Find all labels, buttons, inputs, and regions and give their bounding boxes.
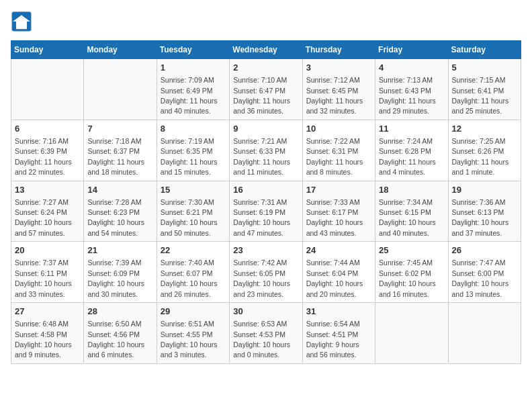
day-info: Sunrise: 7:15 AMSunset: 6:41 PMDaylight:…: [452, 76, 509, 115]
calendar-cell: 28 Sunrise: 6:50 AMSunset: 4:56 PMDaylig…: [84, 303, 157, 364]
day-number: 20: [15, 244, 80, 257]
day-info: Sunrise: 7:22 AMSunset: 6:31 PMDaylight:…: [306, 137, 363, 176]
weekday-header: Sunday: [11, 41, 84, 59]
calendar-cell: 9 Sunrise: 7:21 AMSunset: 6:33 PMDayligh…: [230, 120, 302, 181]
day-info: Sunrise: 7:36 AMSunset: 6:13 PMDaylight:…: [452, 198, 509, 237]
day-info: Sunrise: 6:54 AMSunset: 4:51 PMDaylight:…: [306, 320, 360, 359]
day-info: Sunrise: 7:19 AMSunset: 6:35 PMDaylight:…: [161, 137, 218, 176]
day-number: 28: [87, 306, 152, 318]
day-info: Sunrise: 7:31 AMSunset: 6:19 PMDaylight:…: [233, 198, 290, 237]
calendar-cell: 13 Sunrise: 7:27 AMSunset: 6:24 PMDaylig…: [11, 181, 84, 242]
day-info: Sunrise: 7:18 AMSunset: 6:37 PMDaylight:…: [87, 137, 144, 176]
day-number: 15: [161, 184, 226, 196]
day-info: Sunrise: 7:25 AMSunset: 6:26 PMDaylight:…: [452, 137, 509, 176]
calendar-cell: 12 Sunrise: 7:25 AMSunset: 6:26 PMDaylig…: [448, 120, 521, 181]
calendar-cell: 29 Sunrise: 6:51 AMSunset: 4:55 PMDaylig…: [157, 303, 229, 364]
day-number: 12: [452, 123, 517, 135]
calendar-cell: 21 Sunrise: 7:39 AMSunset: 6:09 PMDaylig…: [84, 242, 157, 303]
weekday-header: Monday: [84, 41, 157, 59]
day-info: Sunrise: 6:48 AMSunset: 4:58 PMDaylight:…: [15, 320, 72, 359]
day-number: 29: [161, 306, 226, 318]
day-number: 14: [87, 184, 152, 196]
day-info: Sunrise: 7:42 AMSunset: 6:05 PMDaylight:…: [233, 259, 290, 298]
calendar-cell: 8 Sunrise: 7:19 AMSunset: 6:35 PMDayligh…: [157, 120, 229, 181]
calendar-cell: 10 Sunrise: 7:22 AMSunset: 6:31 PMDaylig…: [302, 120, 375, 181]
day-number: 6: [15, 123, 80, 135]
calendar-cell: 18 Sunrise: 7:34 AMSunset: 6:15 PMDaylig…: [375, 181, 448, 242]
calendar-body: 1 Sunrise: 7:09 AMSunset: 6:49 PMDayligh…: [11, 59, 521, 364]
calendar-cell: 6 Sunrise: 7:16 AMSunset: 6:39 PMDayligh…: [11, 120, 84, 181]
calendar-header: SundayMondayTuesdayWednesdayThursdayFrid…: [11, 41, 521, 59]
day-number: 24: [306, 244, 371, 257]
day-info: Sunrise: 7:13 AMSunset: 6:43 PMDaylight:…: [379, 76, 436, 115]
day-number: 13: [15, 184, 80, 196]
day-info: Sunrise: 7:09 AMSunset: 6:49 PMDaylight:…: [161, 76, 218, 115]
calendar-cell: 14 Sunrise: 7:28 AMSunset: 6:23 PMDaylig…: [84, 181, 157, 242]
day-number: 7: [87, 123, 152, 135]
day-number: 23: [233, 244, 298, 257]
day-number: 17: [306, 184, 371, 196]
day-number: 11: [379, 123, 444, 135]
calendar-cell: 3 Sunrise: 7:12 AMSunset: 6:45 PMDayligh…: [302, 59, 375, 120]
day-info: Sunrise: 7:40 AMSunset: 6:07 PMDaylight:…: [161, 259, 218, 298]
day-info: Sunrise: 7:21 AMSunset: 6:33 PMDaylight:…: [233, 137, 290, 176]
day-info: Sunrise: 7:10 AMSunset: 6:47 PMDaylight:…: [233, 76, 290, 115]
calendar-cell: 31 Sunrise: 6:54 AMSunset: 4:51 PMDaylig…: [302, 303, 375, 364]
day-number: 16: [233, 184, 298, 196]
day-number: 3: [306, 62, 371, 74]
calendar-cell: [448, 303, 521, 364]
day-number: 18: [379, 184, 444, 196]
calendar-week-row: 20 Sunrise: 7:37 AMSunset: 6:11 PMDaylig…: [11, 242, 521, 303]
day-number: 26: [452, 244, 517, 257]
calendar-cell: 1 Sunrise: 7:09 AMSunset: 6:49 PMDayligh…: [157, 59, 229, 120]
calendar-cell: 24 Sunrise: 7:44 AMSunset: 6:04 PMDaylig…: [302, 242, 375, 303]
weekday-header: Friday: [375, 41, 448, 59]
calendar-cell: 11 Sunrise: 7:24 AMSunset: 6:28 PMDaylig…: [375, 120, 448, 181]
day-info: Sunrise: 7:16 AMSunset: 6:39 PMDaylight:…: [15, 137, 72, 176]
calendar-table: SundayMondayTuesdayWednesdayThursdayFrid…: [11, 40, 521, 364]
day-info: Sunrise: 7:27 AMSunset: 6:24 PMDaylight:…: [15, 198, 72, 237]
logo: [11, 11, 35, 32]
day-number: 8: [161, 123, 226, 135]
calendar-cell: 26 Sunrise: 7:47 AMSunset: 6:00 PMDaylig…: [448, 242, 521, 303]
day-number: 31: [306, 306, 371, 318]
day-info: Sunrise: 6:53 AMSunset: 4:53 PMDaylight:…: [233, 320, 290, 359]
weekday-header: Tuesday: [157, 41, 229, 59]
day-info: Sunrise: 7:28 AMSunset: 6:23 PMDaylight:…: [87, 198, 144, 237]
day-number: 30: [233, 306, 298, 318]
day-info: Sunrise: 7:12 AMSunset: 6:45 PMDaylight:…: [306, 76, 363, 115]
day-number: 10: [306, 123, 371, 135]
calendar-cell: 23 Sunrise: 7:42 AMSunset: 6:05 PMDaylig…: [230, 242, 302, 303]
day-number: 2: [233, 62, 298, 74]
day-number: 1: [161, 62, 226, 74]
weekday-header: Wednesday: [230, 41, 302, 59]
day-number: 22: [161, 244, 226, 257]
day-info: Sunrise: 7:44 AMSunset: 6:04 PMDaylight:…: [306, 259, 363, 298]
day-number: 21: [87, 244, 152, 257]
calendar-cell: [84, 59, 157, 120]
logo-icon: [11, 11, 32, 32]
calendar-cell: 7 Sunrise: 7:18 AMSunset: 6:37 PMDayligh…: [84, 120, 157, 181]
day-number: 9: [233, 123, 298, 135]
calendar-cell: 2 Sunrise: 7:10 AMSunset: 6:47 PMDayligh…: [230, 59, 302, 120]
day-info: Sunrise: 7:45 AMSunset: 6:02 PMDaylight:…: [379, 259, 436, 298]
calendar-week-row: 27 Sunrise: 6:48 AMSunset: 4:58 PMDaylig…: [11, 303, 521, 364]
day-number: 27: [15, 306, 80, 318]
calendar-cell: [375, 303, 448, 364]
day-number: 5: [452, 62, 517, 74]
calendar-cell: 19 Sunrise: 7:36 AMSunset: 6:13 PMDaylig…: [448, 181, 521, 242]
calendar-cell: 20 Sunrise: 7:37 AMSunset: 6:11 PMDaylig…: [11, 242, 84, 303]
calendar-week-row: 1 Sunrise: 7:09 AMSunset: 6:49 PMDayligh…: [11, 59, 521, 120]
calendar-cell: 17 Sunrise: 7:33 AMSunset: 6:17 PMDaylig…: [302, 181, 375, 242]
calendar-cell: 27 Sunrise: 6:48 AMSunset: 4:58 PMDaylig…: [11, 303, 84, 364]
calendar-week-row: 6 Sunrise: 7:16 AMSunset: 6:39 PMDayligh…: [11, 120, 521, 181]
day-info: Sunrise: 7:39 AMSunset: 6:09 PMDaylight:…: [87, 259, 144, 298]
day-info: Sunrise: 7:47 AMSunset: 6:00 PMDaylight:…: [452, 259, 509, 298]
day-number: 4: [379, 62, 444, 74]
weekday-header: Thursday: [302, 41, 375, 59]
day-info: Sunrise: 6:50 AMSunset: 4:56 PMDaylight:…: [87, 320, 144, 359]
calendar-cell: 22 Sunrise: 7:40 AMSunset: 6:07 PMDaylig…: [157, 242, 229, 303]
day-info: Sunrise: 6:51 AMSunset: 4:55 PMDaylight:…: [161, 320, 218, 359]
day-info: Sunrise: 7:34 AMSunset: 6:15 PMDaylight:…: [379, 198, 436, 237]
day-number: 19: [452, 184, 517, 196]
